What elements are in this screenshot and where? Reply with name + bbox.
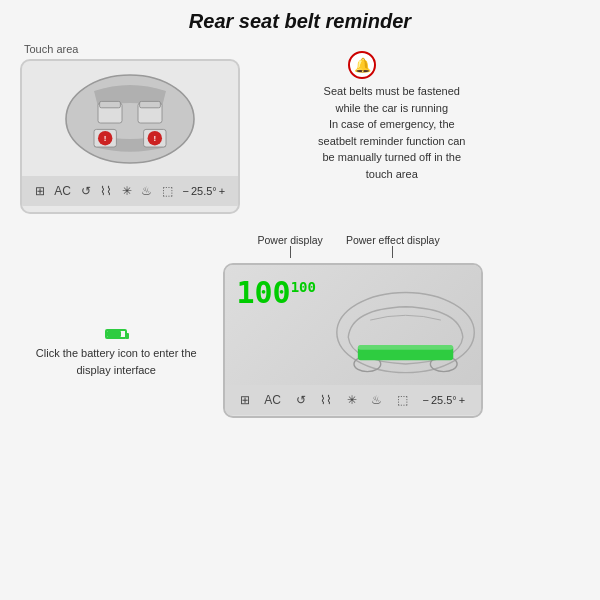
top-section: Touch area: [20, 43, 580, 214]
heat-icon[interactable]: ⌇⌇: [100, 184, 112, 198]
refresh-icon-2[interactable]: ↺: [296, 393, 306, 407]
page-title: Rear seat belt reminder: [189, 10, 411, 33]
seat-icon-2[interactable]: ♨: [371, 393, 382, 407]
fan-icon-2[interactable]: ✳: [347, 393, 357, 407]
battery-percentage: 100100: [237, 275, 316, 310]
temperature-display: − 25.5° +: [183, 185, 226, 197]
seat-screen[interactable]: ! ! ⊞ AC ↺ ⌇⌇ ✳ ♨ ⬚: [20, 59, 240, 214]
bottom-left-panel: Click the battery icon to enter thedispl…: [20, 234, 213, 418]
battery-display-area: 100100: [225, 265, 481, 385]
seatbelt-annotation: Seat belts must be fastened while the ca…: [318, 83, 465, 182]
fan-icon[interactable]: ✳: [122, 184, 132, 198]
section-divider: [20, 226, 580, 234]
seatbelt-warning-icon: 🔔: [348, 51, 376, 79]
screen-toolbar[interactable]: ⊞ AC ↺ ⌇⌇ ✳ ♨ ⬚ − 25.5° +: [22, 176, 238, 206]
battery-click-instruction: Click the battery icon to enter thedispl…: [20, 345, 213, 378]
svg-rect-15: [357, 345, 452, 350]
defrost-icon[interactable]: ⬚: [162, 184, 173, 198]
svg-rect-2: [100, 101, 121, 107]
temp-value: 25.5°: [191, 185, 217, 197]
ac-icon[interactable]: AC: [54, 184, 71, 198]
svg-rect-4: [140, 101, 161, 107]
defrost-icon-2[interactable]: ⬚: [397, 393, 408, 407]
refresh-icon[interactable]: ↺: [81, 184, 91, 198]
temp-minus-2[interactable]: −: [423, 394, 429, 406]
temp-minus[interactable]: −: [183, 185, 189, 197]
temp-plus-2[interactable]: +: [459, 394, 465, 406]
power-effect-label: Power effect display: [346, 234, 440, 246]
battery-screen[interactable]: 100100: [223, 263, 483, 418]
svg-text:!: !: [104, 134, 107, 143]
car-battery-svg: [311, 280, 481, 385]
svg-text:!: !: [153, 134, 156, 143]
top-left-panel: Touch area: [20, 43, 308, 214]
page: Rear seat belt reminder Touch area: [0, 0, 600, 600]
seat-icon[interactable]: ♨: [141, 184, 152, 198]
ac-icon-2[interactable]: AC: [264, 393, 281, 407]
battery-screen-toolbar[interactable]: ⊞ AC ↺ ⌇⌇ ✳ ♨ ⬚ − 25.5° +: [225, 385, 481, 415]
temperature-display-2: − 25.5° +: [423, 394, 466, 406]
car-seats-svg: ! !: [50, 64, 210, 174]
temp-value-2: 25.5°: [431, 394, 457, 406]
menu-icon[interactable]: ⊞: [35, 184, 45, 198]
power-display-label: Power display: [258, 234, 323, 246]
top-right-annotation: 🔔 Seat belts must be fastened while the …: [318, 43, 580, 214]
car-interior-view: ! !: [22, 61, 238, 176]
bottom-section: Click the battery icon to enter thedispl…: [20, 234, 580, 418]
bottom-right-panel: Power display Power effect display 10010…: [223, 234, 581, 418]
heat-icon-2[interactable]: ⌇⌇: [320, 393, 332, 407]
menu-icon-2[interactable]: ⊞: [240, 393, 250, 407]
touch-area-label: Touch area: [24, 43, 308, 55]
temp-plus[interactable]: +: [219, 185, 225, 197]
svg-point-11: [336, 292, 473, 372]
